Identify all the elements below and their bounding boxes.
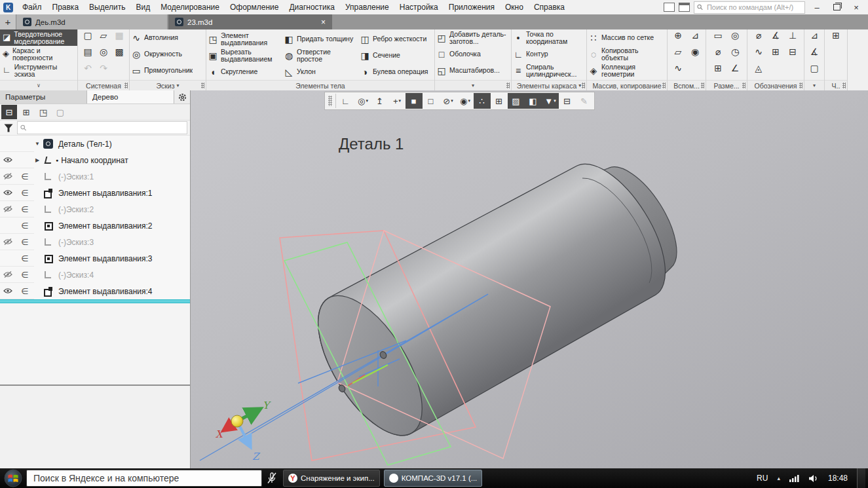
aux-tool-icon[interactable]: ∿ (670, 63, 687, 73)
caret-down-icon[interactable]: ▾ (468, 98, 470, 103)
parts-tool-icon[interactable]: ⊞ (827, 30, 844, 41)
grip-icon[interactable] (799, 83, 802, 88)
taskbar-app-button[interactable]: Y Снаряжение и экип... (283, 470, 380, 487)
visibility-toggle[interactable] (0, 185, 16, 201)
menu-item[interactable]: Диагностика (284, 1, 340, 13)
condition-tool-icon[interactable]: ∡ (806, 47, 823, 57)
ribbon-tool[interactable]: ◈ Коллекция геометрии (588, 62, 666, 79)
layout-split-icon[interactable] (679, 3, 690, 12)
menu-item[interactable]: Настройка (394, 1, 443, 13)
system-tool-icon[interactable]: ▩ (111, 47, 127, 57)
volume-icon[interactable] (809, 474, 819, 483)
grip-icon[interactable] (201, 83, 204, 88)
menu-item[interactable]: Приложения (443, 1, 500, 13)
system-tool-icon[interactable]: ↷ (96, 63, 111, 73)
tree-search-box[interactable] (17, 121, 187, 134)
tree-row[interactable]: ▼ Деталь (Тел-1) (0, 136, 190, 152)
ribbon-tool[interactable]: ◖ Скругление (208, 64, 281, 80)
tray-expand-icon[interactable]: ▴ (777, 475, 780, 481)
expand-caret[interactable]: ▼ (34, 141, 41, 147)
viewport-tool-button[interactable]: ✎ (576, 93, 593, 109)
dimension-tool-icon[interactable]: ⌀ (709, 47, 726, 57)
dimension-tool-icon[interactable]: ∠ (726, 63, 744, 73)
ribbon-tool[interactable]: ◌ Копировать объекты (588, 46, 666, 62)
tree-row[interactable]: ∈ (-)Эскиз:1 (0, 168, 190, 185)
aux-tool-icon[interactable]: ◉ (687, 47, 704, 57)
taskbar-search-box[interactable]: Поиск в Яндексе и на компьютере (26, 470, 262, 487)
tree-row[interactable]: ∈ Элемент выдавливания:2 (0, 217, 190, 234)
tree-row[interactable]: ∈ Элемент выдавливания:3 (0, 250, 190, 267)
ribbon-mode-button[interactable]: ◈ Каркас и поверхности (0, 46, 77, 62)
visibility-toggle[interactable] (0, 217, 16, 234)
caret-down-icon[interactable]: ▾ (177, 83, 179, 88)
grip-icon[interactable] (662, 83, 666, 88)
tree-relations-view-button[interactable]: ⊞ (18, 105, 34, 119)
command-search-input[interactable] (706, 3, 802, 12)
system-tool-icon[interactable]: ▢ (80, 30, 96, 41)
notation-tool-icon[interactable]: ⌀ (750, 30, 767, 41)
start-button[interactable] (4, 469, 22, 487)
show-desktop-button[interactable] (857, 468, 865, 488)
visibility-toggle[interactable] (0, 136, 16, 152)
viewport-tool-button[interactable]: ⊘ ▾ (440, 93, 457, 109)
tree-row[interactable]: ∈ Элемент выдавливания:4 (0, 283, 190, 299)
ribbon-tool[interactable]: ◳ Элемент выдавливания (208, 31, 281, 47)
tree-selection-button[interactable]: ▢ (52, 105, 68, 119)
panel-settings-button[interactable] (174, 90, 190, 103)
layout-single-icon[interactable] (664, 3, 675, 12)
notation-tool-icon[interactable]: ∡ (767, 30, 784, 41)
grip-icon[interactable] (742, 83, 745, 88)
visibility-toggle[interactable] (0, 267, 16, 283)
caret-down-icon[interactable]: ▾ (451, 98, 453, 103)
notation-tool-icon[interactable]: ◬ (750, 63, 767, 73)
ribbon-mode-button[interactable]: ∟ Инструменты эскиза (0, 62, 77, 79)
clock[interactable]: 18:48 (828, 474, 848, 483)
viewport-tool-button[interactable]: ◧ (525, 93, 542, 109)
viewport-tool-button[interactable]: ⊟ (559, 93, 576, 109)
tree-row[interactable]: ∈ (-)Эскиз:3 (0, 234, 190, 250)
aux-tool-icon[interactable]: ⊿ (687, 30, 704, 41)
restore-button[interactable] (829, 1, 844, 13)
menu-item[interactable]: Файл (17, 1, 47, 13)
ribbon-tool[interactable]: □ Оболочка (436, 46, 481, 62)
toolbar-grip-icon[interactable] (328, 96, 332, 106)
condition-tool-icon[interactable]: ▢ (806, 63, 823, 73)
menu-item[interactable]: Вид (130, 1, 155, 13)
notation-tool-icon[interactable]: ⊥ (784, 30, 801, 41)
close-button[interactable]: × (848, 1, 864, 13)
tab-close-icon[interactable]: × (321, 18, 326, 27)
ribbon-tool[interactable]: ◱ Масштабиров... (436, 62, 500, 79)
viewport-tool-button[interactable]: ▼ ▾ (542, 93, 559, 109)
ribbon-tool[interactable]: ◰ Добавить деталь-заготов... (436, 29, 510, 46)
ribbon-tool[interactable]: ▣ Вырезать выдавливанием (208, 47, 281, 64)
notation-tool-icon[interactable]: ∿ (750, 47, 767, 57)
ribbon-tool[interactable]: ◧ Придать толщину (284, 31, 357, 47)
collapse-chevron-icon[interactable]: ∨ (37, 83, 41, 88)
tree-row[interactable]: ∈ Элемент выдавливания:1 (0, 185, 190, 201)
grip-icon[interactable] (842, 83, 846, 88)
menu-item[interactable]: Моделирование (155, 1, 225, 13)
grip-icon[interactable] (582, 83, 585, 88)
tree-composition-button[interactable]: ◳ (35, 105, 51, 119)
system-tool-icon[interactable]: ▱ (96, 30, 111, 41)
expand-caret[interactable]: ▶ (34, 157, 41, 163)
taskbar-app-button[interactable]: КОМПАС-3D v17.1 (... (384, 470, 483, 487)
ribbon-tool[interactable]: ▭ Прямоугольник (131, 62, 193, 79)
caret-down-icon[interactable]: ▾ (472, 83, 474, 88)
condition-tool-icon[interactable]: ⊿ (806, 30, 823, 41)
viewport-tool-button[interactable]: ↥ (371, 93, 388, 109)
ribbon-tool[interactable]: ◺ Уклон (284, 64, 357, 80)
menu-item[interactable]: Оформление (225, 1, 284, 13)
tree-row[interactable]: ∈ (-)Эскиз:4 (0, 267, 190, 283)
viewport-tool-button[interactable]: □ (423, 93, 440, 109)
system-tool-icon[interactable]: ◎ (96, 47, 111, 57)
visibility-toggle[interactable] (0, 152, 16, 168)
ribbon-tool[interactable]: ∷ Массив по сетке (588, 29, 654, 46)
aux-tool-icon[interactable]: ▱ (670, 47, 687, 57)
caret-down-icon[interactable]: ▾ (366, 98, 368, 103)
viewport-tool-button[interactable]: ∴ (474, 93, 491, 109)
system-tool-icon[interactable]: ↶ (80, 63, 96, 73)
menu-item[interactable]: Управление (340, 1, 394, 13)
viewport-tool-button[interactable]: ◉ ▾ (457, 93, 474, 109)
network-icon[interactable] (789, 474, 800, 482)
